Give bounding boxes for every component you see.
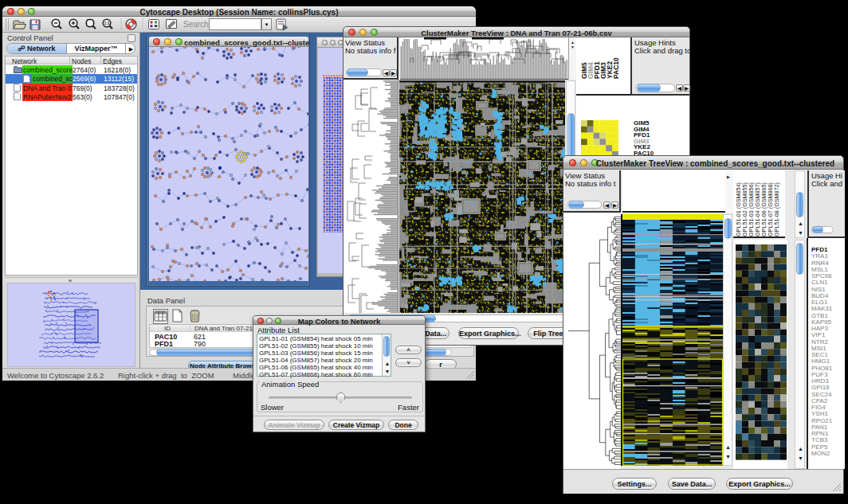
- svg-text:PAC10: PAC10: [612, 57, 620, 79]
- svg-text:1:1: 1:1: [104, 21, 109, 25]
- svg-text:GPL51-08 (GSM872): GPL51-08 (GSM872): [773, 182, 780, 236]
